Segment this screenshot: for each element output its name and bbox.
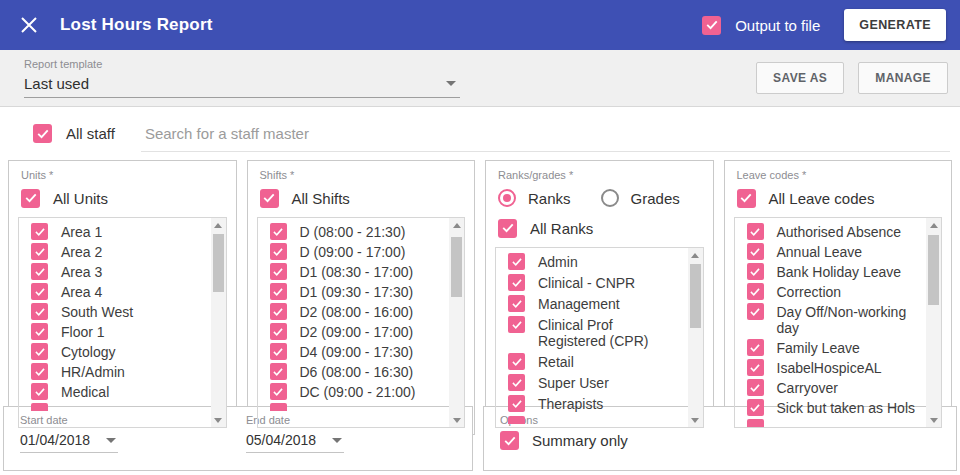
scrollbar-thumb[interactable] xyxy=(690,264,701,328)
list-item-checkbox[interactable] xyxy=(747,399,764,416)
list-item-checkbox[interactable] xyxy=(270,363,287,380)
list-item[interactable]: Area 2 xyxy=(31,243,204,260)
list-item[interactable]: Cytology xyxy=(31,343,204,360)
list-item[interactable]: Floor 1 xyxy=(31,323,204,340)
scroll-up-icon[interactable] xyxy=(926,218,941,232)
list-item[interactable]: Admin xyxy=(508,253,681,270)
list-item-checkbox[interactable] xyxy=(508,353,525,370)
list-item-checkbox[interactable] xyxy=(270,303,287,320)
ranks-radio[interactable] xyxy=(498,189,516,207)
scroll-down-icon[interactable] xyxy=(926,413,941,427)
list-item-checkbox[interactable] xyxy=(270,223,287,240)
ranks-scrollbar[interactable] xyxy=(688,248,703,427)
generate-button[interactable]: GENERATE xyxy=(844,9,946,41)
list-item[interactable]: Area 1 xyxy=(31,223,204,240)
staff-search-input[interactable] xyxy=(141,116,950,152)
list-item-checkbox[interactable] xyxy=(270,263,287,280)
list-item-checkbox[interactable] xyxy=(508,374,525,391)
list-item-checkbox[interactable] xyxy=(508,253,525,270)
list-item[interactable]: South West xyxy=(31,303,204,320)
list-item[interactable]: D1 (09:30 - 17:30) xyxy=(270,283,443,300)
scrollbar-thumb[interactable] xyxy=(213,234,224,292)
shifts-scrollbar[interactable] xyxy=(449,218,464,427)
list-item[interactable]: D4 (09:00 - 17:30) xyxy=(270,343,443,360)
list-item[interactable]: D1 (08:30 - 17:00) xyxy=(270,263,443,280)
list-item[interactable]: Authorised Absence xyxy=(747,223,920,240)
list-item-checkbox[interactable] xyxy=(508,316,525,333)
scrollbar-thumb[interactable] xyxy=(451,237,462,297)
list-item-checkbox[interactable] xyxy=(31,363,48,380)
all-leave-codes-checkbox[interactable] xyxy=(737,189,756,208)
list-item-checkbox[interactable] xyxy=(270,383,287,400)
scrollbar-thumb[interactable] xyxy=(928,235,939,305)
list-item[interactable]: Area 4 xyxy=(31,283,204,300)
list-item[interactable]: HR/Admin xyxy=(31,363,204,380)
leave-codes-panel: Leave codes * All Leave codes Authorised… xyxy=(724,160,953,435)
list-item-checkbox[interactable] xyxy=(747,359,764,376)
list-item[interactable]: Day Off/Non-working day xyxy=(747,303,920,336)
list-item[interactable]: D6 (08:00 - 16:30) xyxy=(270,363,443,380)
list-item[interactable]: Annual Leave xyxy=(747,243,920,260)
list-item[interactable]: Clinical Prof Registered (CPR) xyxy=(508,316,681,349)
scroll-up-icon[interactable] xyxy=(211,218,226,232)
list-item-checkbox[interactable] xyxy=(508,395,525,412)
list-item[interactable]: Correction xyxy=(747,283,920,300)
list-item[interactable]: D (09:00 - 17:00) xyxy=(270,243,443,260)
list-item[interactable]: D2 (09:00 - 17:00) xyxy=(270,323,443,340)
leave-scrollbar[interactable] xyxy=(926,218,941,427)
all-ranks-checkbox[interactable] xyxy=(498,219,517,238)
units-scrollbar[interactable] xyxy=(211,218,226,427)
list-item-checkbox[interactable] xyxy=(747,263,764,280)
list-item-checkbox[interactable] xyxy=(270,343,287,360)
list-item-checkbox[interactable] xyxy=(31,343,48,360)
list-item-checkbox[interactable] xyxy=(747,303,764,320)
scroll-down-icon[interactable] xyxy=(211,413,226,427)
report-template-select[interactable]: Report template Last used xyxy=(24,58,460,98)
all-units-checkbox[interactable] xyxy=(21,189,40,208)
list-item-checkbox[interactable] xyxy=(31,303,48,320)
list-item[interactable]: Area 3 xyxy=(31,263,204,280)
output-to-file-checkbox[interactable] xyxy=(702,16,721,35)
list-item-checkbox[interactable] xyxy=(31,223,48,240)
list-item-checkbox[interactable] xyxy=(270,323,287,340)
list-item-checkbox[interactable] xyxy=(747,243,764,260)
list-item-checkbox[interactable] xyxy=(270,243,287,260)
save-as-button[interactable]: SAVE AS xyxy=(756,62,844,94)
list-item[interactable]: D (08:00 - 21:30) xyxy=(270,223,443,240)
list-item[interactable]: Management xyxy=(508,295,681,312)
list-item[interactable]: Sick but taken as Hols xyxy=(747,399,920,416)
list-item[interactable]: D2 (08:00 - 16:00) xyxy=(270,303,443,320)
scroll-down-icon[interactable] xyxy=(449,413,464,427)
list-item[interactable]: Family Leave xyxy=(747,339,920,356)
list-item-checkbox[interactable] xyxy=(508,274,525,291)
scroll-down-icon[interactable] xyxy=(688,413,703,427)
manage-button[interactable]: MANAGE xyxy=(858,62,948,94)
close-icon[interactable] xyxy=(16,12,42,38)
list-item[interactable]: Carryover xyxy=(747,379,920,396)
list-item-checkbox[interactable] xyxy=(31,283,48,300)
list-item-checkbox[interactable] xyxy=(747,379,764,396)
list-item-checkbox[interactable] xyxy=(747,223,764,240)
list-item[interactable]: DC (09:00 - 21:00) xyxy=(270,383,443,400)
list-item-checkbox[interactable] xyxy=(747,283,764,300)
list-item[interactable]: Clinical - CNPR xyxy=(508,274,681,291)
summary-only-checkbox[interactable] xyxy=(500,431,519,450)
all-shifts-checkbox[interactable] xyxy=(260,189,279,208)
scroll-up-icon[interactable] xyxy=(688,248,703,262)
list-item-checkbox[interactable] xyxy=(31,323,48,340)
list-item[interactable]: Retail xyxy=(508,353,681,370)
list-item-checkbox[interactable] xyxy=(508,295,525,312)
list-item[interactable]: Therapists xyxy=(508,395,681,412)
list-item[interactable]: IsabelHospiceAL xyxy=(747,359,920,376)
list-item[interactable]: Medical xyxy=(31,383,204,400)
list-item-checkbox[interactable] xyxy=(31,383,48,400)
scroll-up-icon[interactable] xyxy=(449,218,464,232)
grades-radio[interactable] xyxy=(601,189,619,207)
list-item-checkbox[interactable] xyxy=(31,263,48,280)
list-item-checkbox[interactable] xyxy=(747,339,764,356)
all-staff-checkbox[interactable] xyxy=(33,124,52,143)
list-item[interactable]: Bank Holiday Leave xyxy=(747,263,920,280)
list-item[interactable]: Super User xyxy=(508,374,681,391)
list-item-checkbox[interactable] xyxy=(31,243,48,260)
list-item-checkbox[interactable] xyxy=(270,283,287,300)
